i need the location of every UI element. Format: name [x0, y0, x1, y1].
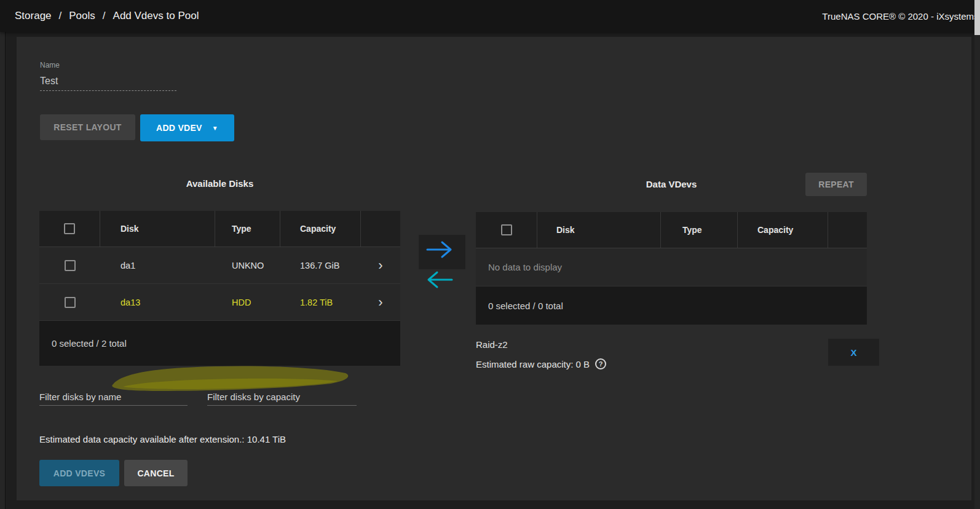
row-checkbox[interactable]: [65, 260, 76, 271]
add-vdevs-button[interactable]: ADD VDEVS: [39, 460, 119, 486]
breadcrumb-pools[interactable]: Pools: [69, 10, 95, 22]
data-vdevs-table: Disk Type Capacity No data to display 0 …: [476, 212, 867, 325]
disk-name: da13: [100, 284, 215, 320]
reset-layout-button[interactable]: RESET LAYOUT: [40, 114, 135, 140]
chevron-right-icon[interactable]: ›: [378, 259, 382, 272]
sidebar-edge: [0, 32, 6, 509]
remove-vdev-container: X: [828, 339, 879, 366]
add-vdevs-page: Storage / Pools / Add Vdevs to Pool True…: [0, 0, 980, 509]
top-bar: Storage / Pools / Add Vdevs to Pool True…: [0, 0, 980, 32]
data-vdevs-footer: 0 selected / 0 total: [476, 286, 867, 325]
name-field-label: Name: [40, 61, 60, 69]
add-vdev-button-label: ADD VDEV: [156, 123, 202, 133]
brand-text: TrueNAS CORE® © 2020 - iXsystems, Inc.: [822, 0, 980, 32]
table-row-da1[interactable]: da1 UNKNO 136.7 GiB ›: [39, 247, 400, 284]
column-header-type: Type: [215, 211, 280, 247]
select-all-checkbox[interactable]: [501, 224, 512, 235]
column-header-expand: [828, 212, 867, 248]
disk-capacity: 136.7 GiB: [280, 247, 361, 283]
breadcrumb-separator: /: [59, 10, 62, 22]
filter-capacity-input[interactable]: [207, 389, 357, 406]
row-checkbox[interactable]: [65, 297, 76, 308]
filter-name-input[interactable]: [39, 389, 188, 406]
disk-capacity: 1.82 TiB: [280, 284, 361, 320]
move-right-button[interactable]: [425, 240, 454, 259]
breadcrumb-storage[interactable]: Storage: [15, 10, 52, 22]
remove-vdev-button[interactable]: X: [850, 347, 856, 358]
repeat-button[interactable]: REPEAT: [805, 173, 867, 196]
estimated-capacity-text: Estimated data capacity available after …: [39, 434, 286, 444]
pool-name-input[interactable]: [40, 71, 176, 91]
breadcrumb-current-page: Add Vdevs to Pool: [113, 10, 199, 22]
raw-capacity-text: Estimated raw capacity: 0 B: [476, 359, 590, 369]
arrow-right-icon: [425, 240, 454, 259]
move-left-button[interactable]: [425, 270, 454, 289]
column-header-capacity: Capacity: [280, 211, 361, 247]
data-vdevs-header: Disk Type Capacity: [476, 212, 867, 248]
chevron-right-icon[interactable]: ›: [378, 296, 382, 309]
scrollbar-track[interactable]: [974, 0, 980, 509]
breadcrumb: Storage / Pools / Add Vdevs to Pool: [15, 10, 199, 22]
disk-name: da1: [100, 247, 215, 283]
caret-down-icon: ▼: [212, 125, 218, 132]
disk-type: UNKNO: [215, 247, 280, 283]
arrow-left-icon: [425, 270, 454, 289]
empty-table-message: No data to display: [476, 248, 867, 286]
add-vdev-button[interactable]: ADD VDEV ▼: [140, 114, 234, 141]
column-header-capacity: Capacity: [738, 212, 828, 248]
column-header-expand: [361, 211, 400, 247]
available-disks-header: Disk Type Capacity: [39, 211, 400, 247]
help-icon[interactable]: ?: [595, 358, 606, 369]
scrollbar-thumb[interactable]: [974, 0, 980, 35]
cancel-button[interactable]: CANCEL: [124, 460, 188, 486]
column-header-type: Type: [661, 212, 738, 248]
available-disks-title: Available Disks: [39, 178, 400, 189]
breadcrumb-separator: /: [103, 10, 106, 22]
raw-capacity-line: Estimated raw capacity: 0 B ?: [476, 358, 606, 369]
column-header-disk: Disk: [100, 211, 215, 247]
disk-type: HDD: [215, 284, 280, 320]
available-disks-table: Disk Type Capacity da1 UNKNO 136.7 GiB ›…: [39, 211, 400, 366]
raid-type-label: Raid-z2: [476, 339, 508, 350]
column-header-disk: Disk: [537, 212, 661, 248]
table-row-da13[interactable]: da13 HDD 1.82 TiB ›: [39, 284, 400, 321]
available-disks-footer: 0 selected / 2 total: [39, 321, 400, 366]
select-all-checkbox[interactable]: [64, 223, 75, 234]
